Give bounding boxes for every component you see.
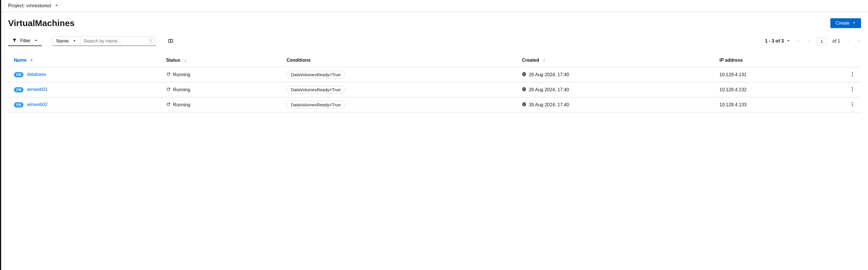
chevron-right-icon — [846, 39, 850, 43]
condition-chip: DataVolumesReady=True — [286, 71, 345, 79]
globe-icon — [522, 87, 526, 93]
col-header-status[interactable]: Status — [160, 54, 281, 67]
vm-name-link[interactable]: database — [27, 72, 46, 77]
chevron-left-icon — [807, 39, 810, 43]
sort-asc-icon — [30, 59, 33, 63]
globe-icon — [522, 102, 526, 108]
slash-hint: / — [148, 38, 154, 44]
vm-table: Name Status Conditions — [8, 54, 861, 112]
svg-point-7 — [852, 90, 853, 92]
svg-point-10 — [852, 106, 853, 107]
running-icon — [166, 72, 170, 78]
row-actions-button[interactable] — [849, 86, 855, 94]
kebab-icon — [852, 103, 853, 108]
project-label: Project: vmrestored — [8, 3, 51, 9]
svg-point-5 — [852, 87, 853, 88]
svg-point-8 — [852, 102, 853, 103]
chevron-double-left-icon — [797, 39, 800, 43]
row-actions-button[interactable] — [849, 101, 855, 109]
filter-button[interactable]: Filter — [8, 36, 42, 46]
row-actions-button[interactable] — [849, 71, 855, 79]
svg-point-4 — [852, 75, 853, 77]
funnel-icon — [12, 38, 17, 44]
create-button[interactable]: Create — [830, 18, 861, 28]
created-text: 26 Aug 2024, 17:40 — [529, 87, 569, 92]
caret-down-icon — [55, 3, 58, 9]
pagination-range-text: 1 - 3 of 3 — [765, 38, 784, 43]
vm-badge: VM — [14, 87, 24, 92]
items-per-page[interactable]: 1 - 3 of 3 — [765, 38, 790, 44]
prev-page-button[interactable] — [806, 38, 811, 44]
sort-icon — [542, 59, 546, 63]
next-page-button[interactable] — [846, 38, 850, 44]
created-text: 26 Aug 2024, 17:40 — [529, 102, 569, 108]
ip-text: 10.128.4.133 — [714, 97, 844, 112]
page-number-input[interactable] — [817, 37, 827, 45]
project-selector[interactable]: Project: vmrestored — [1, 0, 868, 12]
kebab-icon — [852, 88, 853, 92]
ip-text: 10.128.4.131 — [714, 67, 844, 82]
col-header-ip[interactable]: IP address — [714, 54, 844, 67]
filter-button-label: Filter — [20, 38, 31, 43]
first-page-button[interactable] — [796, 38, 801, 44]
svg-point-6 — [852, 89, 853, 90]
col-header-name[interactable]: Name — [8, 54, 160, 67]
globe-icon — [522, 72, 526, 78]
svg-point-3 — [852, 73, 853, 75]
table-row: VM database Running DataVolumesReady=Tru… — [8, 67, 861, 82]
caret-down-icon — [852, 21, 856, 26]
vm-name-link[interactable]: winweb01 — [27, 87, 48, 92]
vm-name-link[interactable]: winweb02 — [27, 102, 48, 107]
vm-badge: VM — [14, 72, 24, 77]
ip-text: 10.128.4.132 — [714, 82, 844, 97]
svg-point-2 — [852, 72, 853, 73]
condition-chip: DataVolumesReady=True — [286, 101, 345, 109]
vm-badge: VM — [14, 102, 24, 108]
create-button-label: Create — [836, 21, 849, 26]
columns-icon — [168, 40, 173, 44]
table-row: VM winweb01 Running DataVolumesReady=Tru… — [8, 82, 861, 97]
running-icon — [166, 87, 170, 93]
last-page-button[interactable] — [857, 38, 861, 44]
pagination: 1 - 3 of 3 of 1 — [765, 37, 861, 45]
condition-chip: DataVolumesReady=True — [286, 86, 345, 94]
table-row: VM winweb02 Running DataVolumesReady=Tru… — [8, 97, 861, 112]
status-text: Running — [173, 102, 190, 108]
search-input[interactable] — [81, 36, 156, 46]
status-text: Running — [173, 87, 190, 92]
status-text: Running — [173, 72, 190, 77]
page-of-label: of 1 — [832, 38, 840, 44]
search-scope-label: Name — [57, 38, 69, 44]
caret-down-icon — [73, 38, 76, 44]
col-header-created[interactable]: Created — [516, 54, 714, 67]
caret-down-icon — [786, 38, 790, 44]
manage-columns-button[interactable] — [166, 36, 175, 46]
chevron-double-right-icon — [857, 39, 861, 43]
col-header-conditions[interactable]: Conditions — [281, 54, 516, 67]
created-text: 26 Aug 2024, 17:40 — [529, 72, 569, 77]
caret-down-icon — [34, 38, 38, 43]
svg-point-9 — [852, 104, 853, 105]
search-scope-select[interactable]: Name — [52, 36, 81, 46]
kebab-icon — [852, 73, 853, 77]
page-title: VirtualMachines — [8, 18, 75, 28]
sort-icon — [184, 59, 187, 63]
running-icon — [166, 102, 170, 108]
